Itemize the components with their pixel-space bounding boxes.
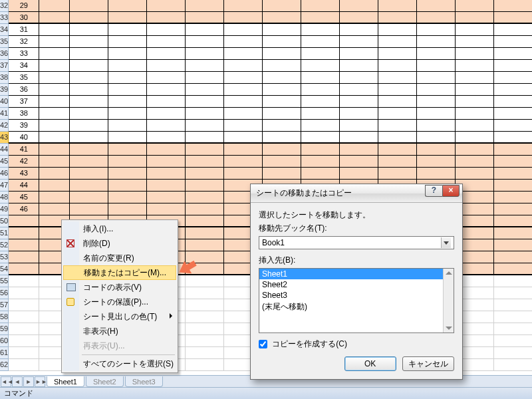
cell[interactable] bbox=[224, 96, 263, 107]
cell[interactable] bbox=[186, 132, 224, 143]
cell[interactable] bbox=[39, 72, 70, 83]
row-header[interactable]: 51 bbox=[0, 227, 9, 239]
cell[interactable] bbox=[301, 144, 340, 155]
cell[interactable] bbox=[340, 96, 378, 107]
cell[interactable] bbox=[9, 299, 39, 311]
cancel-button[interactable]: キャンセル bbox=[402, 356, 454, 371]
row-header[interactable]: 43 bbox=[0, 132, 9, 144]
cell[interactable] bbox=[301, 96, 340, 107]
cell[interactable] bbox=[147, 36, 186, 47]
cell[interactable] bbox=[263, 168, 301, 179]
row-header[interactable]: 58 bbox=[0, 311, 9, 323]
row-header[interactable]: 52 bbox=[0, 239, 9, 251]
cell[interactable]: 30 bbox=[9, 12, 39, 23]
cell[interactable] bbox=[417, 144, 456, 155]
row-header[interactable]: 32 bbox=[0, 0, 9, 12]
cell[interactable] bbox=[494, 287, 532, 299]
row-header[interactable]: 61 bbox=[0, 347, 9, 359]
ctx-select-all[interactable]: すべてのシートを選択(S) bbox=[63, 356, 176, 371]
cell[interactable] bbox=[494, 192, 532, 203]
cell[interactable] bbox=[9, 335, 39, 346]
cell[interactable] bbox=[417, 132, 456, 143]
cell[interactable] bbox=[224, 0, 263, 11]
cell[interactable] bbox=[70, 203, 108, 215]
cell[interactable] bbox=[39, 36, 70, 47]
cell[interactable] bbox=[340, 72, 378, 83]
cell[interactable] bbox=[263, 60, 301, 71]
cell[interactable] bbox=[494, 108, 532, 119]
cell[interactable] bbox=[9, 239, 39, 251]
cell[interactable] bbox=[340, 156, 378, 167]
cell[interactable] bbox=[456, 24, 494, 35]
cell[interactable] bbox=[417, 36, 456, 47]
cell[interactable] bbox=[108, 72, 147, 83]
scrollbar[interactable] bbox=[443, 269, 454, 332]
cell[interactable] bbox=[147, 60, 186, 71]
cell[interactable] bbox=[108, 36, 147, 47]
cell[interactable] bbox=[456, 132, 494, 143]
row-header[interactable]: 53 bbox=[0, 251, 9, 263]
cell[interactable] bbox=[263, 144, 301, 155]
list-item[interactable]: (末尾へ移動) bbox=[259, 301, 454, 313]
cell[interactable] bbox=[340, 120, 378, 131]
cell[interactable] bbox=[224, 108, 263, 119]
cell[interactable] bbox=[147, 203, 186, 215]
cell[interactable] bbox=[417, 120, 456, 131]
cell[interactable] bbox=[301, 108, 340, 119]
cell[interactable] bbox=[186, 12, 224, 23]
cell[interactable] bbox=[70, 84, 108, 95]
cell[interactable] bbox=[147, 156, 186, 167]
cell[interactable] bbox=[186, 239, 224, 251]
cell[interactable] bbox=[186, 203, 224, 215]
cell[interactable] bbox=[456, 120, 494, 131]
cell[interactable] bbox=[456, 144, 494, 155]
cell[interactable] bbox=[224, 156, 263, 167]
cell[interactable] bbox=[494, 311, 532, 323]
cell[interactable] bbox=[70, 60, 108, 71]
cell[interactable] bbox=[147, 84, 186, 95]
row-header[interactable]: 50 bbox=[0, 215, 9, 227]
cell[interactable] bbox=[186, 287, 224, 299]
cell[interactable] bbox=[494, 203, 532, 215]
cell[interactable] bbox=[39, 108, 70, 119]
cell[interactable]: 39 bbox=[9, 120, 39, 131]
cell[interactable] bbox=[456, 0, 494, 11]
cell[interactable] bbox=[9, 359, 39, 370]
ctx-view-code[interactable]: コードの表示(V) bbox=[63, 280, 176, 295]
dialog-close-button[interactable]: × bbox=[442, 185, 460, 197]
cell[interactable] bbox=[186, 215, 224, 227]
cell[interactable] bbox=[9, 251, 39, 263]
cell[interactable] bbox=[494, 180, 532, 191]
cell[interactable]: 38 bbox=[9, 108, 39, 119]
cell[interactable] bbox=[9, 227, 39, 239]
cell[interactable] bbox=[340, 36, 378, 47]
cell[interactable] bbox=[224, 60, 263, 71]
cell[interactable] bbox=[186, 36, 224, 47]
cell[interactable] bbox=[70, 48, 108, 59]
cell[interactable] bbox=[108, 203, 147, 215]
cell[interactable] bbox=[494, 359, 532, 370]
row-header[interactable]: 37 bbox=[0, 60, 9, 72]
cell[interactable] bbox=[417, 96, 456, 107]
cell[interactable] bbox=[417, 48, 456, 59]
nav-next-button[interactable]: ► bbox=[23, 376, 34, 387]
cell[interactable] bbox=[224, 168, 263, 179]
cell[interactable] bbox=[108, 132, 147, 143]
cell[interactable] bbox=[39, 180, 70, 191]
cell[interactable] bbox=[263, 96, 301, 107]
row-header[interactable]: 34 bbox=[0, 24, 9, 36]
nav-first-button[interactable]: ◄◄ bbox=[1, 376, 11, 387]
cell[interactable] bbox=[263, 0, 301, 11]
cell[interactable] bbox=[494, 144, 532, 155]
cell[interactable] bbox=[263, 72, 301, 83]
cell[interactable] bbox=[494, 132, 532, 143]
cell[interactable] bbox=[301, 36, 340, 47]
cell[interactable] bbox=[70, 108, 108, 119]
cell[interactable] bbox=[456, 48, 494, 59]
cell[interactable] bbox=[186, 347, 224, 358]
cell[interactable] bbox=[494, 48, 532, 59]
cell[interactable] bbox=[224, 84, 263, 95]
cell[interactable] bbox=[147, 48, 186, 59]
cell[interactable] bbox=[263, 120, 301, 131]
cell[interactable] bbox=[39, 120, 70, 131]
